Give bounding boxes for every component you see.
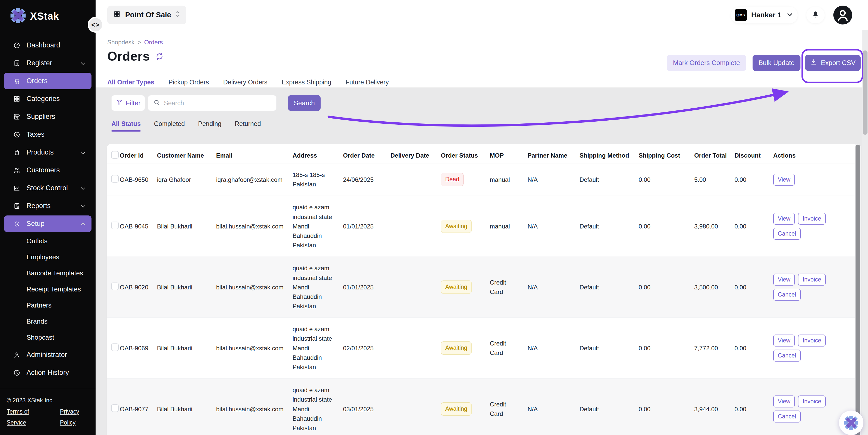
sidebar-subitem-outlets[interactable]: Outlets bbox=[4, 233, 92, 249]
footer-links: Terms of ServicePrivacy Policy bbox=[7, 406, 96, 428]
sidebar-subitem-barcode-templates[interactable]: Barcode Templates bbox=[4, 265, 92, 281]
column-header-discount: Discount bbox=[735, 144, 773, 167]
view-button[interactable]: View bbox=[773, 213, 795, 225]
table-scrollbar[interactable] bbox=[855, 144, 861, 435]
export-csv-label: Export CSV bbox=[821, 59, 856, 67]
sidebar-subitem-partners[interactable]: Partners bbox=[4, 297, 92, 313]
search-button[interactable]: Search bbox=[288, 95, 320, 111]
avatar[interactable] bbox=[833, 6, 852, 25]
breadcrumb-separator: > bbox=[137, 39, 141, 46]
table-row: OAB-9077Bilal Bukhariibilal.hussain@xsta… bbox=[107, 379, 855, 435]
filter-label: Filter bbox=[126, 99, 141, 107]
chevron-up-icon bbox=[81, 221, 86, 226]
sidebar-item-reports[interactable]: Reports bbox=[4, 198, 92, 214]
cell-actions: ViewInvoiceCancel bbox=[773, 328, 855, 368]
cell-address: quaid e azam industrial state Mandi Baha… bbox=[292, 196, 343, 257]
view-button[interactable]: View bbox=[773, 273, 795, 286]
view-button[interactable]: View bbox=[773, 396, 795, 407]
sidebar-subitem-shopcast[interactable]: Shopcast bbox=[4, 330, 92, 345]
cell-actions: View bbox=[773, 167, 855, 192]
refresh-icon[interactable] bbox=[155, 52, 164, 60]
export-csv-button[interactable]: Export CSV bbox=[805, 55, 861, 71]
cancel-button[interactable]: Cancel bbox=[773, 410, 801, 423]
sidebar-item-orders[interactable]: Orders bbox=[4, 73, 92, 89]
page-scrollbar[interactable] bbox=[862, 30, 868, 435]
sidebar-subitem-employees[interactable]: Employees bbox=[4, 250, 92, 265]
sidebar-item-dashboard[interactable]: Dashboard bbox=[4, 37, 92, 54]
sidebar-item-customers[interactable]: Customers bbox=[4, 162, 92, 178]
sidebar-subitem-brands[interactable]: Brands bbox=[4, 314, 92, 329]
row-checkbox[interactable] bbox=[111, 222, 119, 229]
breadcrumb-parent[interactable]: Shopdesk bbox=[107, 39, 134, 46]
floating-brand-button[interactable] bbox=[839, 410, 863, 435]
column-header-customer-name: Customer Name bbox=[157, 144, 216, 167]
sidebar-item-register[interactable]: Register bbox=[4, 55, 92, 71]
cell-partner-name: N/A bbox=[528, 398, 580, 420]
footer-link-privacy-policy[interactable]: Privacy Policy bbox=[60, 406, 96, 428]
cell-email: iqra.ghafoor@xstak.com bbox=[216, 168, 292, 191]
table-row: OAB-9069Bilal Bukhariibilal.hussain@xsta… bbox=[107, 318, 855, 379]
mark-orders-complete-button[interactable]: Mark Orders Complete bbox=[667, 55, 746, 71]
sidebar-item-label: Categories bbox=[27, 95, 60, 103]
workspace-selector[interactable]: QMS Hanker 1 bbox=[731, 7, 798, 24]
sidebar-item-action-history[interactable]: Action History bbox=[4, 365, 92, 381]
grid-icon bbox=[114, 10, 121, 19]
view-button[interactable]: View bbox=[773, 335, 795, 347]
sidebar-item-suppliers[interactable]: Suppliers bbox=[4, 108, 92, 125]
notifications-button[interactable] bbox=[806, 7, 825, 23]
cell-delivery-date bbox=[391, 402, 441, 416]
bulk-update-button[interactable]: Bulk Update bbox=[752, 55, 801, 71]
store-icon bbox=[13, 113, 21, 120]
row-checkbox[interactable] bbox=[111, 344, 119, 351]
sidebar-item-categories[interactable]: Categories bbox=[4, 90, 92, 107]
copyright-text: © 2023 XStak Inc. bbox=[7, 395, 96, 406]
status-tab-completed[interactable]: Completed bbox=[154, 120, 185, 132]
row-checkbox[interactable] bbox=[111, 175, 119, 182]
select-all-checkbox[interactable] bbox=[111, 151, 119, 158]
page-header: Shopdesk > Orders Orders All Order Types… bbox=[96, 30, 868, 87]
search-input[interactable] bbox=[164, 99, 271, 107]
footer-link-terms-of-service[interactable]: Terms of Service bbox=[7, 406, 49, 428]
status-tab-returned[interactable]: Returned bbox=[235, 120, 261, 132]
sidebar: XStak DashboardRegisterOrdersCategoriesS… bbox=[0, 0, 96, 435]
invoice-button[interactable]: Invoice bbox=[798, 213, 826, 225]
cancel-button[interactable]: Cancel bbox=[773, 228, 801, 240]
sidebar-item-setup[interactable]: Setup bbox=[4, 215, 92, 232]
cell-mop: Credit Card bbox=[490, 332, 528, 364]
sidebar-subitem-receipt-templates[interactable]: Receipt Templates bbox=[4, 282, 92, 297]
status-tab-pending[interactable]: Pending bbox=[198, 120, 221, 132]
chart-icon bbox=[13, 184, 21, 192]
sidebar-item-administrator[interactable]: Administrator bbox=[4, 347, 92, 363]
cell-order-id: OAB-9069 bbox=[120, 337, 157, 359]
cell-mop: Credit Card bbox=[490, 393, 528, 425]
sidebar-collapse-button[interactable]: <> bbox=[88, 17, 103, 33]
status-tab-all-status[interactable]: All Status bbox=[112, 120, 141, 132]
cancel-button[interactable]: Cancel bbox=[773, 289, 801, 301]
row-checkbox[interactable] bbox=[111, 404, 119, 412]
sidebar-item-taxes[interactable]: $Taxes bbox=[4, 126, 92, 143]
gear-icon bbox=[13, 220, 21, 227]
sidebar-item-stock-control[interactable]: Stock Control bbox=[4, 180, 92, 196]
sidebar-item-label: Setup bbox=[27, 220, 44, 228]
cell-shipping-method: Default bbox=[580, 398, 639, 420]
cell-order-id: OAB-9020 bbox=[120, 276, 157, 298]
app-selector[interactable]: Point Of Sale bbox=[107, 6, 186, 24]
invoice-button[interactable]: Invoice bbox=[798, 335, 826, 347]
xstak-asterisk-icon bbox=[10, 8, 26, 25]
row-checkbox[interactable] bbox=[111, 283, 119, 290]
invoice-button[interactable]: Invoice bbox=[798, 273, 826, 286]
sidebar-item-products[interactable]: Products bbox=[4, 144, 92, 161]
cell-discount: 0.00 bbox=[735, 168, 773, 191]
cancel-button[interactable]: Cancel bbox=[773, 350, 801, 361]
cell-discount: 0.00 bbox=[735, 398, 773, 420]
chevron-down-icon bbox=[81, 61, 86, 66]
invoice-button[interactable]: Invoice bbox=[798, 396, 826, 407]
filter-button[interactable]: Filter bbox=[112, 95, 145, 111]
sidebar-item-label: Reports bbox=[27, 202, 51, 210]
search-icon bbox=[153, 99, 160, 107]
column-header-order-id: Order Id bbox=[120, 144, 157, 167]
view-button[interactable]: View bbox=[773, 174, 795, 185]
cell-mop: manual bbox=[490, 168, 528, 191]
cell-customer-name: Bilal Bukharii bbox=[157, 276, 216, 298]
column-header-shipping-cost: Shipping Cost bbox=[639, 144, 694, 167]
